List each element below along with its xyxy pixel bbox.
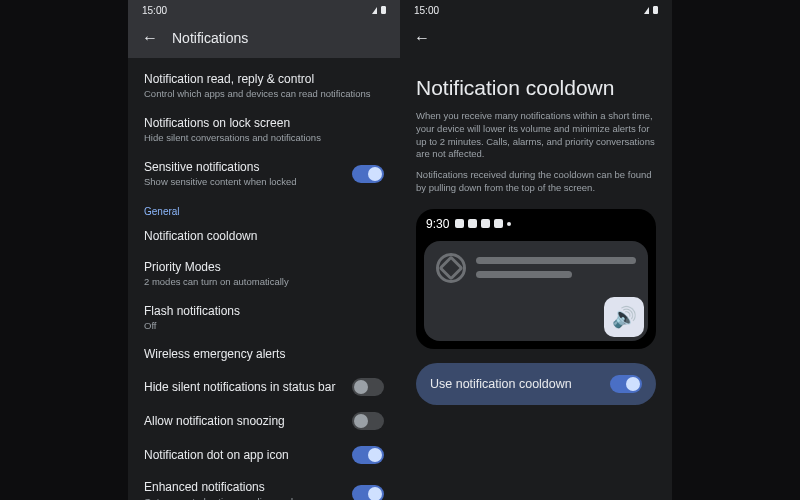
status-bar: 15:00 <box>400 0 672 20</box>
page-title: Notification cooldown <box>416 64 656 110</box>
battery-icon <box>381 6 386 14</box>
row-cooldown[interactable]: Notification cooldown <box>144 221 384 252</box>
back-icon[interactable]: ← <box>414 30 430 46</box>
row-sensitive[interactable]: Sensitive notifications Show sensitive c… <box>144 152 384 196</box>
row-notif-read-reply[interactable]: Notification read, reply & control Contr… <box>144 64 384 108</box>
app-bar: ← <box>400 20 672 58</box>
settings-list[interactable]: Notification read, reply & control Contr… <box>128 58 400 500</box>
row-title: Flash notifications <box>144 304 384 319</box>
content[interactable]: Notification cooldown When you receive m… <box>400 58 672 500</box>
app-bar: ← Notifications <box>128 20 400 58</box>
illus-notif-card: 🔊 <box>424 241 648 341</box>
illus-time: 9:30 <box>426 217 449 231</box>
row-snoozing[interactable]: Allow notification snoozing <box>144 404 384 438</box>
status-time: 15:00 <box>142 5 167 16</box>
row-title: Enhanced notifications <box>144 480 342 495</box>
line <box>476 257 636 264</box>
row-title: Allow notification snoozing <box>144 414 342 429</box>
illus-lines <box>476 253 636 285</box>
row-title: Notification cooldown <box>144 229 384 244</box>
mini-icon <box>481 219 490 228</box>
notification-cooldown-screen: 15:00 ← Notification cooldown When you r… <box>400 0 672 500</box>
mini-icon <box>507 222 511 226</box>
status-time: 15:00 <box>414 5 439 16</box>
row-subtitle: Hide silent conversations and notificati… <box>144 132 384 144</box>
signal-icon <box>644 7 649 14</box>
row-emergency[interactable]: Wireless emergency alerts <box>144 339 384 370</box>
toggle-sensitive[interactable] <box>352 165 384 183</box>
toggle-dot[interactable] <box>352 446 384 464</box>
toggle-hide-silent[interactable] <box>352 378 384 396</box>
row-title: Priority Modes <box>144 260 384 275</box>
toggle-snoozing[interactable] <box>352 412 384 430</box>
illus-status-bar: 9:30 <box>426 217 646 231</box>
row-hide-silent[interactable]: Hide silent notifications in status bar <box>144 370 384 404</box>
use-cooldown-row[interactable]: Use notification cooldown <box>416 363 656 405</box>
illustration: 9:30 <box>416 209 656 349</box>
signal-icon <box>372 7 377 14</box>
row-subtitle: Control which apps and devices can read … <box>144 88 384 100</box>
row-subtitle: Get suggested actions, replies, and more <box>144 496 342 500</box>
description-1: When you receive many notifications with… <box>416 110 656 169</box>
mini-icon <box>455 219 464 228</box>
row-subtitle: Off <box>144 320 384 332</box>
toggle-enhanced[interactable] <box>352 485 384 500</box>
use-cooldown-label: Use notification cooldown <box>430 377 572 391</box>
section-general: General <box>144 196 384 221</box>
row-dot[interactable]: Notification dot on app icon <box>144 438 384 472</box>
row-title: Notifications on lock screen <box>144 116 384 131</box>
row-title: Wireless emergency alerts <box>144 347 384 362</box>
row-flash[interactable]: Flash notifications Off <box>144 296 384 340</box>
status-icons <box>372 6 386 14</box>
line <box>476 271 572 278</box>
status-bar: 15:00 <box>128 0 400 20</box>
mini-icon <box>494 219 503 228</box>
row-priority-modes[interactable]: Priority Modes 2 modes can turn on autom… <box>144 252 384 296</box>
row-title: Notification dot on app icon <box>144 448 342 463</box>
notifications-settings-screen: 15:00 ← Notifications Notification read,… <box>128 0 400 500</box>
description-2: Notifications received during the cooldo… <box>416 169 656 203</box>
row-lock-screen[interactable]: Notifications on lock screen Hide silent… <box>144 108 384 152</box>
row-subtitle: Show sensitive content when locked <box>144 176 342 188</box>
illus-mini-icons <box>455 219 511 228</box>
row-title: Hide silent notifications in status bar <box>144 380 342 395</box>
row-title: Notification read, reply & control <box>144 72 384 87</box>
mini-icon <box>468 219 477 228</box>
volume-badge: 🔊 <box>604 297 644 337</box>
row-title: Sensitive notifications <box>144 160 342 175</box>
status-icons <box>644 6 658 14</box>
avatar-icon <box>436 253 466 283</box>
row-enhanced[interactable]: Enhanced notifications Get suggested act… <box>144 472 384 500</box>
row-subtitle: 2 modes can turn on automatically <box>144 276 384 288</box>
battery-icon <box>653 6 658 14</box>
toggle-use-cooldown[interactable] <box>610 375 642 393</box>
app-bar-title: Notifications <box>172 30 248 46</box>
volume-icon: 🔊 <box>612 305 637 329</box>
back-icon[interactable]: ← <box>142 30 158 46</box>
